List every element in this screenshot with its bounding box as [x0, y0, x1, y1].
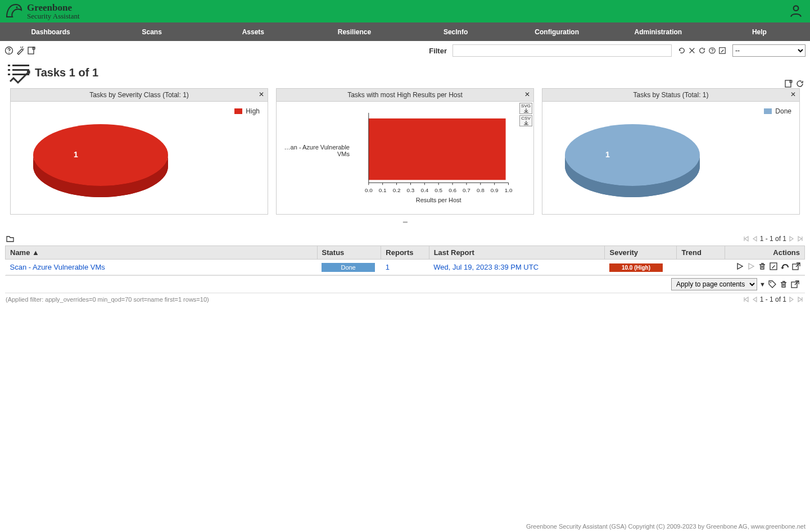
task-name-link[interactable]: Scan - Azure Vulnerable VMs: [10, 263, 105, 271]
apply-select[interactable]: Apply to page contents: [671, 278, 757, 290]
nav-dashboards[interactable]: Dashboards: [0, 22, 101, 41]
export-task-icon[interactable]: [791, 262, 800, 271]
svg-rect-17: [369, 119, 506, 180]
nav-secinfo[interactable]: SecInfo: [405, 22, 506, 41]
pie-severity[interactable]: 1: [28, 113, 174, 213]
reports-link[interactable]: 1: [386, 263, 390, 271]
page-prev-bottom-icon[interactable]: [751, 295, 759, 303]
svg-text:0.2: 0.2: [393, 187, 401, 193]
nav-administration[interactable]: Administration: [608, 22, 709, 41]
card-severity: Tasks by Severity Class (Total: 1) ✕ Hig…: [10, 88, 268, 215]
help-icon[interactable]: [4, 46, 13, 55]
delete-task-icon[interactable]: [758, 262, 767, 271]
pie-status[interactable]: 1: [559, 113, 705, 213]
svg-text:0.5: 0.5: [435, 187, 442, 193]
card-highresults-title: Tasks with most High Results per Host: [347, 91, 463, 99]
page-last-icon[interactable]: [797, 235, 804, 243]
col-severity[interactable]: Severity: [605, 246, 677, 260]
filter-input[interactable]: [452, 44, 672, 57]
export-svg-button[interactable]: SVG: [519, 103, 532, 114]
resume-task-icon[interactable]: [746, 262, 755, 271]
page-first-bottom-icon[interactable]: [742, 295, 750, 303]
page-prev-icon[interactable]: [751, 235, 759, 243]
export-csv-button[interactable]: CSV: [519, 115, 532, 126]
brand-logo-icon: [4, 2, 24, 21]
page-first-icon[interactable]: [742, 235, 750, 243]
table-header-row: Name ▲ Status Reports Last Report Severi…: [6, 246, 805, 260]
page-last-bottom-icon[interactable]: [797, 295, 804, 303]
svg-text:0.4: 0.4: [420, 187, 428, 193]
filter-clear-icon[interactable]: [687, 46, 696, 55]
legend-severity[interactable]: High: [234, 107, 260, 115]
legend-swatch-done: [764, 108, 772, 114]
page-next-bottom-icon[interactable]: [788, 295, 795, 303]
bar-xlabel: Results per Host: [416, 197, 461, 203]
svg-rect-45: [793, 264, 798, 270]
filter-reset-icon[interactable]: [698, 46, 707, 55]
tasks-icon: [4, 61, 31, 84]
start-task-icon[interactable]: [735, 262, 744, 271]
last-report-link[interactable]: Wed, Jul 19, 2023 8:39 PM UTC: [433, 263, 539, 271]
nav-resilience[interactable]: Resilience: [304, 22, 405, 41]
pagination-bottom-text: 1 - 1 of 1: [760, 295, 786, 303]
edit-task-icon[interactable]: [769, 262, 778, 271]
svg-text:0.1: 0.1: [379, 187, 387, 193]
legend-swatch-high: [234, 108, 242, 114]
brand-name: Greenbone: [27, 3, 80, 12]
svg-text:0.3: 0.3: [407, 187, 415, 193]
drag-handle-icon[interactable]: ━: [0, 215, 810, 232]
card-status-title: Tasks by Status (Total: 1): [633, 91, 708, 99]
wizard-icon[interactable]: [16, 46, 25, 55]
table-row: Scan - Azure Vulnerable VMs Done 1 Wed, …: [6, 260, 805, 275]
add-dashboard-icon[interactable]: [784, 79, 793, 88]
new-task-icon[interactable]: [27, 46, 36, 55]
filter-refresh-icon[interactable]: [677, 46, 686, 55]
nav-configuration[interactable]: Configuration: [506, 22, 608, 41]
svg-point-46: [770, 282, 771, 283]
card-highresults-close-icon[interactable]: ✕: [524, 90, 530, 98]
nav-help[interactable]: Help: [709, 22, 810, 41]
svg-point-1: [794, 6, 799, 11]
svg-point-0: [16, 6, 18, 8]
col-reports[interactable]: Reports: [381, 246, 429, 260]
col-status[interactable]: Status: [317, 246, 381, 260]
pagination-top: 1 - 1 of 1: [742, 235, 804, 243]
bulk-export-icon[interactable]: [790, 280, 799, 289]
card-severity-close-icon[interactable]: ✕: [259, 90, 264, 98]
card-severity-title: Tasks by Severity Class (Total: 1): [89, 91, 189, 99]
svg-rect-12: [12, 69, 29, 71]
card-status: Tasks by Status (Total: 1) ✕ Done 1: [542, 88, 800, 215]
col-trend[interactable]: Trend: [677, 246, 725, 260]
svg-text:0.8: 0.8: [477, 187, 485, 193]
svg-point-16: [33, 124, 168, 186]
card-status-close-icon[interactable]: ✕: [790, 90, 796, 98]
svg-point-43: [565, 124, 700, 186]
filter-edit-icon[interactable]: [718, 46, 727, 55]
card-highresults: Tasks with most High Results per Host ✕ …: [276, 88, 534, 215]
page-next-icon[interactable]: [788, 235, 795, 243]
status-badge[interactable]: Done: [322, 263, 375, 272]
col-name[interactable]: Name ▲: [6, 246, 318, 260]
page-title: Tasks 1 of 1: [4, 61, 98, 84]
col-last[interactable]: Last Report: [429, 246, 605, 260]
filter-dropdown[interactable]: --: [732, 44, 806, 57]
svg-rect-8: [8, 65, 10, 66]
brand-sub: Security Assistant: [27, 12, 80, 20]
nav-scans[interactable]: Scans: [101, 22, 202, 41]
nav-assets[interactable]: Assets: [202, 22, 304, 41]
bar-chart[interactable]: 0.00.10.20.30.40.50.60.70.80.91.0 Result…: [277, 102, 533, 213]
bulk-tag-icon[interactable]: [768, 280, 777, 289]
user-icon[interactable]: [789, 3, 803, 20]
folder-icon[interactable]: [6, 234, 15, 243]
reset-dashboard-icon[interactable]: [795, 79, 804, 88]
svg-text:1.0: 1.0: [505, 187, 513, 193]
clone-task-icon[interactable]: [780, 262, 789, 271]
bulk-delete-icon[interactable]: [779, 280, 788, 289]
bar-category-label: …an - Azure Vulnerable VMs: [277, 144, 350, 157]
legend-status[interactable]: Done: [764, 107, 791, 115]
bulk-actions-row: Apply to page contents ▼: [5, 275, 805, 293]
svg-text:0.6: 0.6: [449, 187, 456, 193]
filter-help-icon[interactable]: [708, 46, 717, 55]
severity-badge: 10.0 (High): [609, 263, 663, 272]
legend-status-label: Done: [775, 107, 791, 115]
